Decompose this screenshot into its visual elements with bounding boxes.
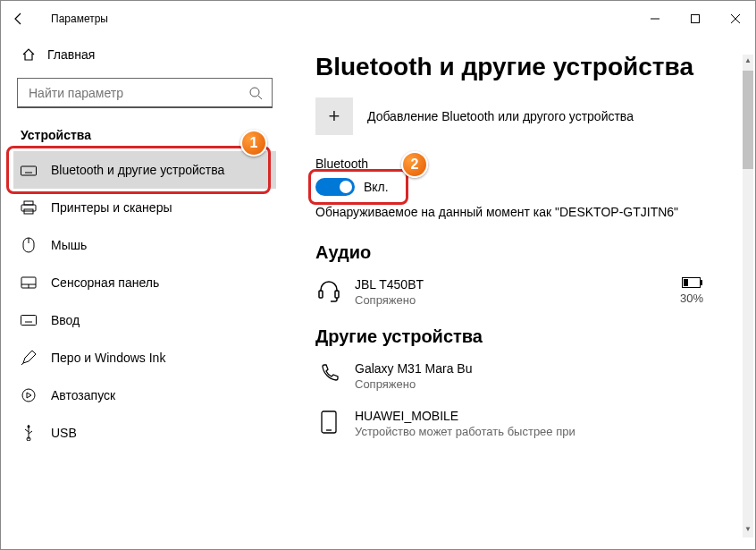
nav-home-label: Главная — [47, 47, 95, 62]
sidebar-section-head: Устройства — [13, 119, 276, 151]
battery-icon — [682, 277, 703, 288]
device-status: Сопряжено — [355, 377, 737, 391]
add-device-button[interactable]: + Добавление Bluetooth или другого устро… — [315, 97, 737, 135]
device-name: JBL T450BT — [355, 277, 668, 292]
window-controls — [634, 5, 755, 32]
device-other-2[interactable]: HUAWEI_MOBILE Устройство может работать … — [315, 403, 737, 438]
nav-autoplay[interactable]: Автозапуск — [13, 377, 276, 414]
plus-icon: + — [315, 97, 353, 135]
svg-line-25 — [21, 363, 23, 365]
device-status: Сопряжено — [355, 293, 668, 307]
annotation-marker-2: 2 — [401, 151, 428, 178]
search-box[interactable] — [17, 78, 273, 108]
scrollbar-down-icon[interactable]: ▼ — [743, 525, 753, 536]
printer-icon — [21, 199, 37, 216]
nav-home[interactable]: Главная — [13, 37, 276, 72]
bluetooth-toggle-label: Вкл. — [364, 180, 389, 194]
touchpad-icon — [21, 275, 37, 291]
keyboard-icon — [21, 162, 37, 178]
autoplay-icon — [21, 387, 37, 403]
pen-icon — [21, 350, 37, 366]
bluetooth-heading: Bluetooth — [315, 157, 737, 171]
nav-item-label: Принтеры и сканеры — [51, 200, 172, 215]
titlebar: Параметры — [1, 1, 755, 37]
other-heading: Другие устройства — [315, 326, 737, 347]
svg-rect-6 — [21, 166, 37, 175]
nav-item-label: Ввод — [51, 313, 80, 327]
nav-pen[interactable]: Перо и Windows Ink — [13, 339, 276, 377]
device-other-1[interactable]: Galaxy M31 Mara Bu Сопряжено — [315, 356, 737, 403]
svg-rect-12 — [24, 201, 33, 205]
nav-touchpad[interactable]: Сенсорная панель — [13, 264, 276, 301]
device-name: Galaxy M31 Mara Bu — [355, 361, 737, 376]
nav-item-label: Мышь — [51, 238, 87, 252]
nav-item-label: Bluetooth и другие устройства — [51, 163, 224, 177]
keyboard-small-icon — [21, 312, 37, 328]
scrollbar-thumb[interactable] — [743, 71, 753, 169]
svg-rect-13 — [21, 205, 36, 211]
svg-rect-34 — [684, 279, 688, 286]
audio-heading: Аудио — [315, 242, 737, 263]
mouse-icon — [21, 237, 37, 253]
close-button[interactable] — [715, 5, 755, 32]
scrollbar[interactable]: ▲ ▼ — [743, 55, 753, 537]
sidebar: Главная Устройства Bluetooth и другие ус… — [1, 37, 287, 549]
search-input[interactable] — [27, 85, 248, 101]
window-title: Параметры — [40, 13, 634, 25]
nav-printers[interactable]: Принтеры и сканеры — [13, 189, 276, 226]
svg-rect-1 — [691, 15, 699, 23]
svg-rect-20 — [21, 316, 37, 326]
search-icon — [248, 86, 263, 100]
svg-point-4 — [250, 88, 259, 97]
page-title: Bluetooth и другие устройства — [315, 53, 737, 81]
svg-line-5 — [258, 96, 262, 99]
minimize-button[interactable] — [634, 5, 675, 32]
headset-icon — [315, 277, 342, 304]
svg-rect-31 — [335, 291, 339, 298]
svg-point-28 — [28, 426, 30, 428]
phone-device-icon — [315, 409, 342, 436]
usb-icon — [21, 425, 37, 441]
bluetooth-toggle[interactable] — [315, 178, 355, 196]
discoverable-text: Обнаруживаемое на данный момент как "DES… — [315, 205, 737, 219]
device-audio[interactable]: JBL T450BT Сопряжено 30% — [315, 272, 737, 319]
device-status: Устройство может работать быстрее при — [355, 425, 737, 438]
annotation-marker-1: 1 — [240, 130, 267, 157]
nav-item-label: Сенсорная панель — [51, 275, 159, 290]
svg-rect-33 — [701, 280, 702, 285]
svg-rect-30 — [319, 291, 323, 298]
add-device-label: Добавление Bluetooth или другого устройс… — [367, 109, 634, 123]
back-button[interactable] — [12, 12, 40, 26]
svg-point-26 — [22, 389, 35, 402]
main-content: Bluetooth и другие устройства + Добавлен… — [287, 37, 755, 549]
battery-indicator: 30% — [680, 277, 737, 305]
nav-mouse[interactable]: Мышь — [13, 226, 276, 264]
device-name: HUAWEI_MOBILE — [355, 409, 737, 423]
nav-item-label: USB — [51, 426, 77, 440]
scrollbar-up-icon[interactable]: ▲ — [743, 56, 753, 67]
home-icon — [21, 47, 37, 63]
bluetooth-toggle-row: Вкл. — [315, 178, 441, 196]
nav-bluetooth[interactable]: Bluetooth и другие устройства — [13, 151, 276, 189]
battery-percent: 30% — [680, 292, 703, 305]
nav-item-label: Перо и Windows Ink — [51, 351, 165, 365]
maximize-button[interactable] — [675, 5, 715, 32]
nav-item-label: Автозапуск — [51, 388, 115, 402]
phone-icon — [315, 361, 342, 388]
nav-typing[interactable]: Ввод — [13, 301, 276, 339]
nav-usb[interactable]: USB — [13, 414, 276, 452]
